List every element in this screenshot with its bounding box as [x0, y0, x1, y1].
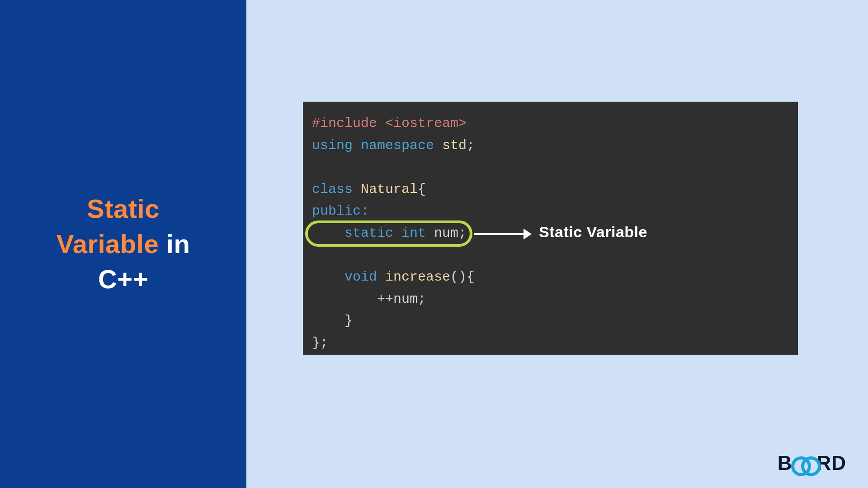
brand-logo: B RD	[778, 452, 846, 474]
code-line-8: void increase(){	[312, 266, 789, 288]
right-panel: #include <iostream> using namespace std;…	[246, 0, 868, 488]
title-line2-orange: Variable	[57, 229, 159, 258]
left-panel: Static Variable in C++	[0, 0, 246, 488]
code-blank-2	[312, 244, 789, 267]
infinity-icon	[791, 456, 817, 470]
arrow-line	[474, 233, 526, 235]
code-line-4: class Natural{	[312, 178, 789, 201]
title-line3: C++	[98, 264, 148, 294]
code-line-9: ++num;	[312, 288, 789, 310]
annotation-label: Static Variable	[539, 223, 647, 241]
code-line-1: #include <iostream>	[312, 113, 789, 135]
code-line-11: };	[312, 332, 789, 354]
code-line-5: public:	[312, 200, 789, 222]
title-line1: Static	[87, 194, 160, 223]
arrow-head-icon	[524, 229, 532, 239]
title-line2-white: in	[159, 229, 190, 258]
slide-title: Static Variable in C++	[57, 191, 190, 297]
highlight-oval	[305, 221, 472, 247]
logo-letter-b: B	[778, 452, 793, 474]
code-line-2: using namespace std;	[312, 135, 789, 157]
logo-letters-rd: RD	[816, 452, 846, 474]
code-line-10: }	[312, 310, 789, 332]
code-blank-1	[312, 156, 789, 178]
